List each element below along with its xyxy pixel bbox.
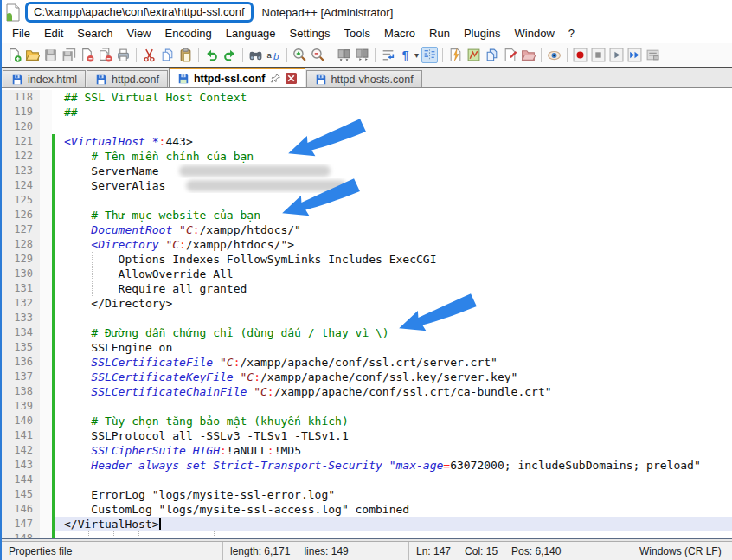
code-text[interactable]: SSLEngine on bbox=[55, 340, 732, 355]
code-line[interactable]: 126 # Thư mục website của bạn bbox=[2, 208, 732, 222]
code-line[interactable]: 140 # Tùy chọn tăng bảo mật (khuyến khíc… bbox=[2, 414, 732, 428]
bookmark-margin[interactable] bbox=[40, 252, 52, 267]
bookmark-margin[interactable] bbox=[40, 487, 52, 502]
tab-httpd-conf[interactable]: httpd.conf bbox=[87, 70, 168, 87]
close-all-icon[interactable] bbox=[97, 47, 113, 63]
run-command-icon[interactable] bbox=[447, 47, 464, 63]
code-text[interactable]: </VirtualHost> bbox=[55, 517, 732, 531]
close-tab-icon[interactable] bbox=[286, 73, 297, 84]
code-text[interactable] bbox=[55, 473, 732, 487]
menu-run[interactable]: Run bbox=[422, 24, 457, 43]
copy-icon[interactable] bbox=[159, 47, 176, 63]
bookmark-margin[interactable] bbox=[40, 311, 52, 325]
bookmark-margin[interactable] bbox=[40, 105, 52, 119]
show-all-characters-icon[interactable]: ¶ bbox=[398, 47, 414, 63]
code-line[interactable]: 139 bbox=[2, 399, 732, 414]
code-text[interactable]: ## SSL Virtual Host Context bbox=[55, 90, 732, 105]
code-line[interactable]: 128 <Directory "C:/xampp/htdocs/"> bbox=[2, 237, 732, 252]
code-line[interactable]: 133 bbox=[2, 311, 732, 325]
code-line[interactable]: 124 ServerAlias bbox=[2, 178, 732, 193]
code-line[interactable]: 134 # Đường dẫn chứng chỉ (dùng dấu / th… bbox=[2, 325, 732, 340]
tab-httpd-ssl-conf[interactable]: httpd-ssl.conf bbox=[169, 68, 305, 87]
code-line[interactable]: 138 SSLCertificateChainFile "C:/xampp/ap… bbox=[2, 384, 732, 399]
code-text[interactable]: SSLCertificateFile "C:/xampp/apache/conf… bbox=[55, 355, 732, 370]
menu-encoding[interactable]: Encoding bbox=[158, 24, 219, 43]
menu-tools[interactable]: Tools bbox=[337, 24, 377, 43]
code-line[interactable]: 148 bbox=[2, 531, 732, 538]
menu-plugins[interactable]: Plugins bbox=[457, 24, 508, 43]
editor-pane[interactable]: 118## SSL Virtual Host Context119##12012… bbox=[2, 87, 732, 538]
code-text[interactable]: SSLCertificateKeyFile "C:/xampp/apache/c… bbox=[55, 370, 732, 384]
bookmark-margin[interactable] bbox=[40, 296, 52, 311]
bookmark-margin[interactable] bbox=[40, 90, 52, 105]
print-icon[interactable] bbox=[115, 47, 132, 63]
menu-language[interactable]: Language bbox=[219, 24, 283, 43]
bookmark-margin[interactable] bbox=[40, 149, 52, 164]
code-text[interactable]: ## bbox=[55, 105, 732, 119]
redo-icon[interactable] bbox=[222, 47, 238, 63]
bookmark-margin[interactable] bbox=[40, 458, 52, 473]
code-line[interactable]: 144 bbox=[2, 473, 732, 487]
code-text[interactable]: ServerName bbox=[55, 164, 732, 178]
code-text[interactable]: AllowOverride All bbox=[55, 267, 732, 281]
code-text[interactable] bbox=[55, 193, 732, 208]
menu-settings[interactable]: Settings bbox=[283, 24, 337, 43]
new-file-icon[interactable] bbox=[6, 47, 22, 63]
code-text[interactable] bbox=[55, 399, 732, 414]
status-eol-format[interactable]: Windows (CR LF) bbox=[632, 542, 732, 560]
bookmark-margin[interactable] bbox=[40, 384, 52, 399]
zoom-out-icon[interactable] bbox=[310, 47, 326, 63]
bookmark-margin[interactable] bbox=[40, 414, 52, 428]
menu-macro[interactable]: Macro bbox=[377, 24, 422, 43]
code-line[interactable]: 132 </Directory> bbox=[2, 296, 732, 311]
code-line[interactable]: 135 SSLEngine on bbox=[2, 340, 732, 355]
macro-stop-icon[interactable] bbox=[590, 47, 607, 63]
bookmark-margin[interactable] bbox=[40, 193, 52, 208]
synchronize-vertical-icon[interactable] bbox=[336, 47, 352, 63]
macro-save-icon[interactable] bbox=[645, 47, 661, 63]
code-text[interactable]: Options Indexes FollowSymLinks Includes … bbox=[55, 252, 732, 267]
bookmark-margin[interactable] bbox=[40, 208, 52, 222]
bookmark-margin[interactable] bbox=[40, 281, 52, 296]
tab-httpd-vhosts-conf[interactable]: httpd-vhosts.conf bbox=[306, 70, 422, 87]
code-line[interactable]: 127 DocumentRoot "C:/xampp/htdocs/" bbox=[2, 222, 732, 237]
code-text[interactable]: </Directory> bbox=[55, 296, 732, 311]
code-line[interactable]: 123 ServerName bbox=[2, 164, 732, 178]
code-text[interactable]: ServerAlias bbox=[55, 178, 732, 193]
bookmark-margin[interactable] bbox=[40, 267, 52, 281]
bookmark-margin[interactable] bbox=[40, 237, 52, 252]
code-text[interactable]: ErrorLog "logs/mysite-ssl-error.log" bbox=[55, 487, 732, 502]
document-list-icon[interactable] bbox=[484, 47, 500, 63]
bookmark-margin[interactable] bbox=[40, 340, 52, 355]
bookmark-margin[interactable] bbox=[40, 502, 52, 517]
bookmark-margin[interactable] bbox=[40, 399, 52, 414]
bookmark-margin[interactable] bbox=[40, 443, 52, 458]
tab-index-html[interactable]: index.html bbox=[3, 70, 86, 87]
bookmark-margin[interactable] bbox=[40, 178, 52, 193]
save-icon[interactable] bbox=[42, 47, 59, 63]
code-line[interactable]: 136 SSLCertificateFile "C:/xampp/apache/… bbox=[2, 355, 732, 370]
close-file-icon[interactable] bbox=[79, 47, 95, 63]
find-icon[interactable] bbox=[247, 47, 264, 63]
code-line[interactable]: 130 AllowOverride All bbox=[2, 267, 732, 281]
code-text[interactable]: # Tùy chọn tăng bảo mật (khuyến khích) bbox=[55, 414, 732, 428]
macro-play-icon[interactable] bbox=[608, 47, 625, 63]
bookmark-margin[interactable] bbox=[40, 164, 52, 178]
pin-tab-icon[interactable] bbox=[270, 73, 281, 84]
bookmark-margin[interactable] bbox=[40, 119, 52, 134]
code-line[interactable]: 146 CustomLog "logs/mysite-ssl-access.lo… bbox=[2, 502, 732, 517]
code-line[interactable]: 129 Options Indexes FollowSymLinks Inclu… bbox=[2, 252, 732, 267]
code-text[interactable]: SSLProtocol all -SSLv3 -TLSv1 -TLSv1.1 bbox=[55, 428, 732, 443]
code-line[interactable]: 118## SSL Virtual Host Context bbox=[2, 90, 732, 105]
bookmark-margin[interactable] bbox=[40, 355, 52, 370]
bookmark-margin[interactable] bbox=[40, 473, 52, 487]
document-map-icon[interactable] bbox=[466, 47, 482, 63]
code-line[interactable]: 119## bbox=[2, 105, 732, 119]
code-text[interactable]: # Thư mục website của bạn bbox=[55, 208, 732, 222]
code-text[interactable]: <Directory "C:/xampp/htdocs/"> bbox=[55, 237, 732, 252]
indent-guide-icon[interactable] bbox=[421, 47, 438, 63]
menu-help[interactable]: ? bbox=[562, 24, 581, 43]
menu-search[interactable]: Search bbox=[70, 24, 119, 43]
menu-window[interactable]: Window bbox=[508, 24, 562, 43]
macro-run-multiple-icon[interactable] bbox=[626, 47, 643, 63]
